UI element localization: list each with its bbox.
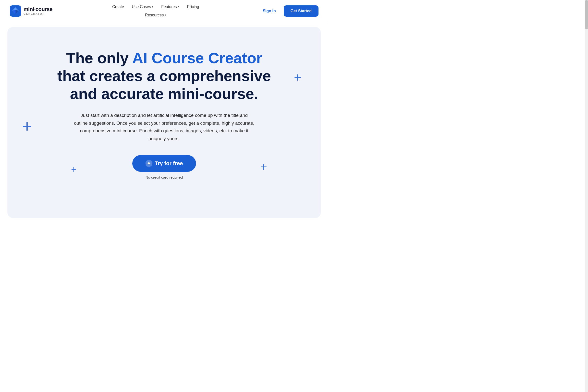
logo-icon [10,6,21,17]
hero-cta: ✦ Try for free No credit card required [132,155,196,179]
nav-features[interactable]: Features ▾ [158,3,182,11]
logo-sub: GENERATOR [24,12,52,15]
nav-row-2: Resources ▾ [142,11,170,19]
hero-title: The only AI Course Creator that creates … [54,49,274,103]
nav-pricing[interactable]: Pricing [184,3,202,11]
logo-text: mini·course GENERATOR [24,6,52,15]
nav-row-1: Create Use Cases ▾ Features ▾ Pricing [109,3,202,11]
use-cases-chevron-icon: ▾ [152,5,153,8]
plus-decoration-bottom-left: + [71,165,76,174]
logo-name: mini·course [24,6,52,12]
nav-center: Create Use Cases ▾ Features ▾ Pricing Re… [109,3,202,19]
try-free-button[interactable]: ✦ Try for free [132,155,196,172]
plus-decoration-top-right: + [294,71,301,84]
hero-title-part2: that creates a comprehensive and accurat… [57,68,271,102]
logo[interactable]: mini·course GENERATOR [10,6,52,17]
features-chevron-icon: ▾ [178,5,179,8]
plus-decoration-left-mid: + [22,118,32,135]
nav-right: Sign in Get Started [259,6,318,17]
sparkle-icon: ✦ [146,160,152,167]
nav-resources[interactable]: Resources ▾ [142,11,170,19]
hero-title-accent: AI Course Creator [132,50,262,66]
navbar: mini·course GENERATOR Create Use Cases ▾… [0,0,328,22]
nav-create[interactable]: Create [109,3,128,11]
nav-use-cases[interactable]: Use Cases ▾ [128,3,157,11]
hero-section: + + + + The only AI Course Creator that … [7,27,321,218]
plus-decoration-bottom-right: + [260,161,267,173]
try-free-label: Try for free [155,160,183,166]
get-started-button[interactable]: Get Started [284,6,318,17]
no-credit-card-note: No credit card required [146,175,183,179]
hero-title-part1: The only [66,50,132,66]
signin-button[interactable]: Sign in [259,6,280,16]
resources-chevron-icon: ▾ [165,14,166,17]
hero-description: Just start with a description and let ar… [74,112,255,142]
